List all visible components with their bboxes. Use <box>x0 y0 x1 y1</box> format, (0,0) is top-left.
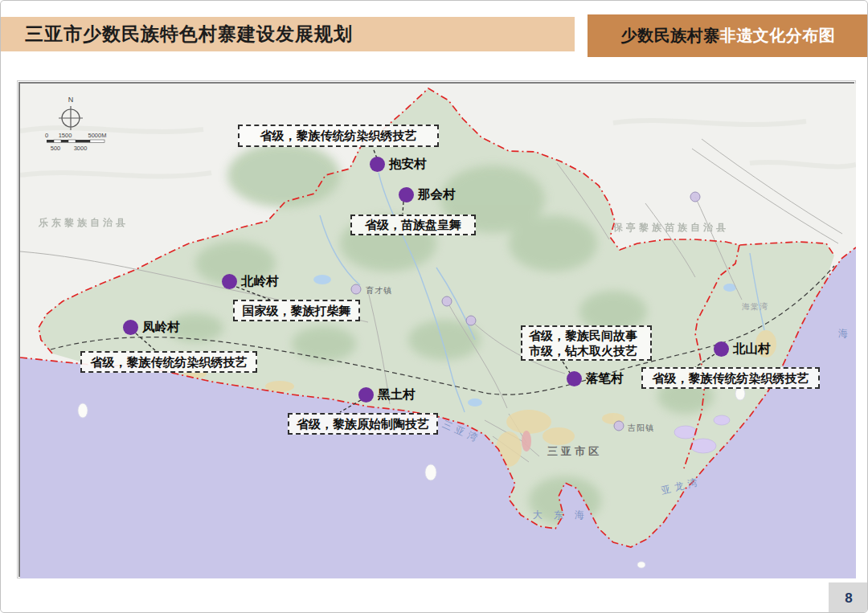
village-dot-icon <box>714 341 729 357</box>
heritage-callout: 省级，黎族原始制陶技艺 <box>288 413 438 435</box>
village-dot-icon <box>358 387 374 403</box>
village-marker-beishan: 北山村 <box>714 341 771 358</box>
region-label: 海棠湾 <box>742 301 768 313</box>
page-title: 三亚市少数民族特色村寨建设发展规划 <box>25 22 353 47</box>
village-marker-beiling: 北岭村 <box>222 273 279 290</box>
village-marker-luobi: 落笔村 <box>567 370 624 387</box>
region-label: 保亭黎族苗族自治县 <box>613 221 729 235</box>
village-marker-heitu: 黑土村 <box>358 386 416 403</box>
village-label: 那会村 <box>418 186 456 203</box>
map-tag-main: 非遗文化分布图 <box>720 25 836 47</box>
village-marker-baoan: 抱安村 <box>370 156 427 173</box>
heritage-callout-line: 省级，黎族传统纺染织绣技艺 <box>88 354 249 370</box>
village-label: 黑土村 <box>378 386 416 403</box>
heritage-callout: 国家级，黎族打柴舞 <box>233 300 360 321</box>
map-tag-prefix: 少数民族村寨 <box>621 25 720 47</box>
region-label: 吉阳镇 <box>628 423 654 434</box>
village-marker-nahui: 那会村 <box>399 186 456 203</box>
region-label: 育才镇 <box>366 285 392 296</box>
region-label: 大东海 <box>533 509 596 522</box>
region-label: 三亚市区 <box>547 444 602 459</box>
village-marker-fengling: 凤岭村 <box>123 319 180 336</box>
region-label: 海 <box>838 327 852 341</box>
heritage-callout: 省级，黎族传统纺染织绣技艺 <box>80 351 257 373</box>
header-bar: 三亚市少数民族特色村寨建设发展规划 <box>1 17 575 51</box>
heritage-callout-line: 省级，黎族民间故事 <box>529 328 644 344</box>
map-overlay: 乐东黎族自治县保亭黎族苗族自治县三亚市区育才镇吉阳镇海棠湾三亚湾大东海亚龙湾海省… <box>20 84 853 575</box>
village-dot-icon <box>399 187 414 202</box>
slide: 三亚市少数民族特色村寨建设发展规划 少数民族村寨非遗文化分布图 <box>0 0 868 613</box>
heritage-callout-line: 省级，黎族传统纺染织绣技艺 <box>649 370 812 386</box>
village-label: 落笔村 <box>586 370 624 387</box>
heritage-callout-line: 国家级，黎族打柴舞 <box>241 303 352 319</box>
village-label: 抱安村 <box>389 156 427 173</box>
heritage-callout: 省级，黎族民间故事市级，钻木取火技艺 <box>521 325 652 361</box>
village-label: 北岭村 <box>241 273 279 290</box>
heritage-callout-line: 省级，苗族盘皇舞 <box>358 217 468 233</box>
heritage-callout: 省级，黎族传统纺染织绣技艺 <box>238 125 439 147</box>
page-number-badge: 8 <box>829 582 868 613</box>
village-dot-icon <box>370 157 385 172</box>
map-tag-box: 少数民族村寨非遗文化分布图 <box>588 14 868 57</box>
village-dot-icon <box>567 371 582 386</box>
village-dot-icon <box>123 320 138 335</box>
village-label: 凤岭村 <box>142 319 180 336</box>
region-label: 三亚湾 <box>440 418 484 447</box>
heritage-callout-line: 省级，黎族原始制陶技艺 <box>296 416 430 432</box>
heritage-callout: 省级，苗族盘皇舞 <box>350 215 476 235</box>
village-label: 北山村 <box>733 341 771 358</box>
region-label: 乐东黎族自治县 <box>39 216 129 230</box>
village-dot-icon <box>222 274 237 289</box>
map-canvas: N 0 1500 5000M 500 3000 乐东黎族自治县保亭黎族苗族自治县… <box>18 82 854 577</box>
heritage-callout: 省级，黎族传统纺染织绣技艺 <box>641 367 820 389</box>
region-label: 亚龙湾 <box>660 475 703 498</box>
heritage-callout-line: 省级，黎族传统纺染织绣技艺 <box>246 128 431 144</box>
page-number: 8 <box>845 591 852 607</box>
heritage-callout-line: 市级，钻木取火技艺 <box>529 343 644 359</box>
